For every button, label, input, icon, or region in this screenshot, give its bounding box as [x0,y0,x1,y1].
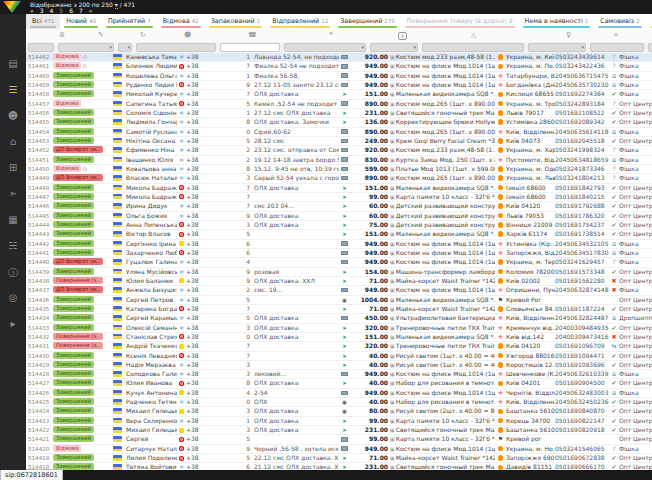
filter-manager[interactable] [648,43,652,52]
order-row[interactable]: 514450 Відмова⊙ Ковальова анна ✳ +38 8 1… [26,165,652,174]
order-row[interactable]: 514421 Завершений Сергей +38 5 99.00 ▣Ка… [26,435,652,444]
order-row[interactable]: 514452 ДО Возврат ок.. Єфименко Ніна ✳ +… [26,146,652,155]
order-row[interactable]: 514454 Завершений Самотій Руслана Во.. ✳… [26,128,652,137]
order-row[interactable]: 514419 Завершений Лилия Подолинская +38 … [26,454,652,463]
tab-10[interactable]: Сервіси0 [646,14,652,29]
sidebar-item-video-icon[interactable]: ▸ [0,318,26,329]
order-row[interactable]: 514430 Завершений Ксенія Левадняя +38 7 … [26,352,652,361]
tab-8[interactable]: Нема в наявності1 [519,14,595,29]
filter-id[interactable] [28,43,54,52]
next-page-icon[interactable]: » [89,7,93,14]
page-number[interactable]: 5 [59,7,63,14]
order-id: 514439 [26,268,53,276]
money-icon[interactable]: $ [398,32,407,40]
comment-icon[interactable]: ❝ [329,31,333,39]
filter-country[interactable]: ▾ [118,43,132,52]
order-row[interactable]: 514455 Завершений Людмила Гончарова ✳ +3… [26,118,652,127]
tab-5[interactable]: Відправлений12 [266,14,334,29]
carrier-cell: ✛ [495,389,506,397]
sidebar-item-web-icon[interactable]: ◎ [0,292,26,303]
tab-9[interactable]: Самовивіз2 [594,14,645,29]
order-row[interactable]: 514442 Завершений Сергієнко Ірина Ми.. +… [26,240,652,249]
order-row[interactable]: 514439 Завершений Уляна Мусійовська ✳ +3… [26,268,652,277]
page-number[interactable]: 3 [40,7,44,14]
page-size-dropdown[interactable]: ▾ [115,1,118,9]
order-row[interactable]: 514461 Відмова⊙ Близнюк Людмила .. +38 7… [26,62,652,71]
orders-count: 9 [210,277,254,285]
tab-1[interactable]: Новий48 [60,14,102,29]
order-row[interactable]: 514420 Відмова Ситарчук Наталія Гр.. +38… [26,445,652,454]
refresh-icon[interactable]: ↻ [140,31,146,39]
sidebar-item-orders-icon[interactable]: ☰ [0,84,26,95]
order-row[interactable]: 514431 Повернення (з.. Андрій Ткаченко +… [26,342,652,351]
order-row[interactable]: 514445 Завершений Ольга Божик ✳ +38 9 ОЛ… [26,212,652,221]
edit-icon[interactable]: ✎ [98,31,104,39]
sidebar-item-dashboard-icon[interactable]: ▤ [0,58,26,69]
sidebar-item-settings-icon[interactable]: ☵ [0,240,26,251]
order-row[interactable]: 514426 Завершений Кучук Антонина +38 4 2… [26,389,652,398]
phone-icon[interactable]: ☎ [248,31,257,39]
tab-7[interactable]: Повернення товару (в дорозі)0 [401,14,519,29]
order-row[interactable]: 514448 Завершений Микола Бадражан +38 7 … [26,184,652,193]
operator-cell: ✳ [177,314,186,322]
order-row[interactable]: 514433 Завершений Олексій Семанін ✳ +38 … [26,324,652,333]
filter-product[interactable] [422,43,524,52]
order-row[interactable]: 514444 Завершений Анна Липенська +38 3 О… [26,221,652,230]
order-row[interactable]: 514425 Завершений Радченко Тетяна ✳ +38 … [26,398,652,407]
sidebar-item-statistics-icon[interactable]: ▦ [0,214,26,225]
order-row[interactable]: 514457 Відмова Сапегина Татьяна С.. +38 … [26,100,652,109]
order-row[interactable]: 514456 Завершений Соломія Сідоніна ✳ +38… [26,109,652,118]
order-row[interactable]: 514447 Завершений Микола Бадражан +38 7 … [26,193,652,202]
order-row[interactable]: 514423 Завершений Вера Скляренко ✳ +38 1… [26,417,652,426]
order-row[interactable]: 514432 Повернення (з.. Станіслав Стрижак… [26,333,652,342]
order-row[interactable]: 514458 Завершений Николай Кучеренко ✳ +3… [26,90,652,99]
tab-2[interactable]: Прийнятий7 [102,14,157,29]
page-number[interactable]: 6 [69,7,73,14]
tab-3[interactable]: Відмова42 [157,14,205,29]
tab-6[interactable]: Завершений278 [334,14,401,29]
order-row[interactable]: 514434 Завершений Сергей Карамышев ✳ +38… [26,314,652,323]
order-row[interactable]: 514451 Завершений Іващенко Юлія ✳ +38 2 … [26,156,652,165]
page-number[interactable]: 7 [79,7,83,14]
order-row[interactable]: 514441 Завершений Захарченко Люба +38 6 … [26,249,652,258]
order-row[interactable]: 514459 Завершений Руденко Лидия Пав.. +3… [26,81,652,90]
prev-page-icon[interactable]: « [30,7,34,14]
order-row[interactable]: 514428 Завершений Солодкова Галина В.. ✳… [26,370,652,379]
location-icon[interactable]: ♀ [566,31,571,39]
sidebar-item-clients-icon[interactable]: ☻ [0,110,26,121]
order-row[interactable]: 514443 Завершений Віктор Власов +38 5 ➤ … [26,230,652,239]
filter-name[interactable] [136,43,216,52]
clients-icon[interactable]: ☻ [184,31,191,39]
order-row[interactable]: 514427 Завершений Юлия Иванова +38 8 ОЛХ… [26,379,652,388]
delivery-city: Ізмаїл 68600 [506,193,555,201]
rows-icon[interactable]: ≣ [59,31,65,39]
order-row[interactable]: 514453 Завершений Нікітіна Оксана Дми.. … [26,137,652,146]
filter-status[interactable]: ▾ [58,43,114,52]
sidebar-item-info-icon[interactable]: ⓘ [0,266,26,280]
filter-city[interactable]: ▾ [528,43,586,52]
order-row[interactable]: 514460 Завершений Кошелева Ольга Ар.. ✳ … [26,72,652,81]
order-row[interactable]: 514435 Завершений Катерина Богданова +38… [26,305,652,314]
order-row[interactable]: 514446 Завершений Ирина Дидук ✳ +38 7 см… [26,202,652,211]
sidebar-item-products-icon[interactable]: ⊞ [0,162,26,173]
filter-price[interactable]: ▾ [370,43,418,52]
order-row[interactable]: 514462 Відмова⊙ Каневська Тамара .. ✳ +3… [26,53,652,62]
order-row[interactable]: 514424 Завершений Михаил Гилецький +38 3… [26,407,652,416]
product-icon[interactable]: △ [471,31,476,39]
filter-phone[interactable] [220,43,280,52]
tracking-icon[interactable]: ⌖ [614,31,618,39]
order-row[interactable]: 514437 ДО Возврат ок.. Анжела Безушку ✳ … [26,286,652,295]
sidebar-item-dispatch-icon[interactable]: ➣ [0,188,26,199]
tab-4[interactable]: Запакований1 [205,14,267,29]
order-row[interactable]: 514429 Завершений Надія Мерзаєва ✳ +38 3… [26,361,652,370]
order-row[interactable]: 514422 Завершений Михаил Гилецький +38 3… [26,426,652,435]
page-number[interactable]: 4 [50,7,54,14]
order-row[interactable]: 514440 ДО Возврат ок.. Гуцалюк Галина ✳ … [26,258,652,267]
order-row[interactable]: 514436 Завершений Сергей Петров ✳ +38 5 … [26,296,652,305]
tab-0[interactable]: Всі471 [26,14,60,29]
filter-comment[interactable]: ▾ [284,43,366,52]
sidebar-item-company-icon[interactable]: ⌂ [0,136,26,147]
order-row[interactable]: 514449 ДО Возврат ок.. Власюк Наталья ✳ … [26,174,652,183]
filter-tracking[interactable] [590,43,644,52]
order-row[interactable]: 514438 Повернення (з.. Юлия Баланюк +38 … [26,277,652,286]
